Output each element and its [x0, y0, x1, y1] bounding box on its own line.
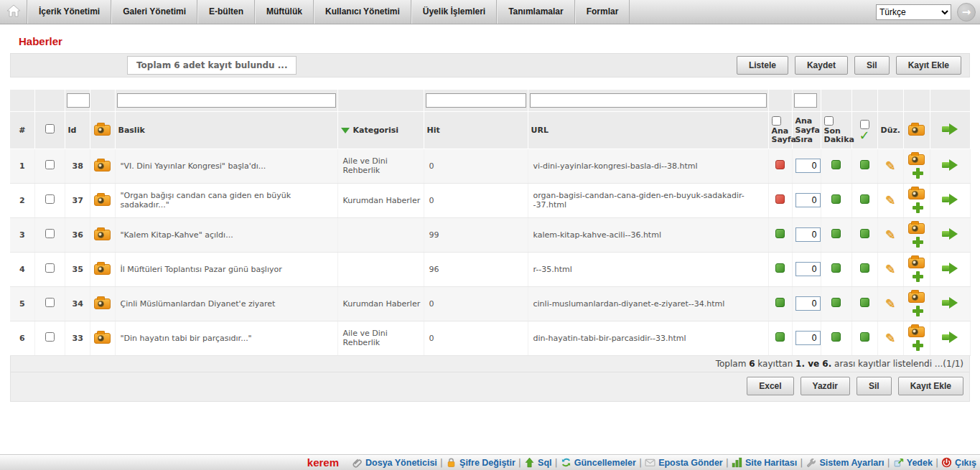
url-filter-input[interactable]: [530, 93, 767, 108]
breaking-news-toggle[interactable]: [831, 263, 841, 273]
guncellemeler-link[interactable]: Güncellemeler: [561, 457, 636, 468]
yedek-link[interactable]: Yedek: [893, 457, 933, 468]
sql-link[interactable]: Sql: [524, 457, 551, 468]
breaking-news-toggle[interactable]: [831, 332, 841, 342]
active-status-toggle[interactable]: [860, 298, 869, 307]
homepage-order-input[interactable]: [795, 296, 821, 311]
sifre-degistir-link[interactable]: Şifre Değiştir: [446, 457, 515, 468]
homepage-status-toggle[interactable]: [775, 263, 785, 273]
cikis-link[interactable]: Çıkış: [941, 457, 976, 468]
row-checkbox[interactable]: [45, 298, 55, 307]
edit-pencil-icon[interactable]: ✎: [885, 227, 895, 242]
row-id: 36: [65, 217, 90, 252]
nav-item-tanimlamalar[interactable]: Tanımlamalar: [497, 0, 574, 24]
homepage-order-input[interactable]: [795, 159, 821, 173]
hit-filter-input[interactable]: [426, 93, 526, 108]
homepage-order-input[interactable]: [795, 193, 821, 207]
homepage-order-input[interactable]: [795, 331, 821, 345]
sistem-ayarlari-link[interactable]: Sistem Ayarları: [806, 457, 884, 468]
son-dakika-all-checkbox[interactable]: [824, 116, 834, 126]
breaking-news-toggle[interactable]: [831, 298, 841, 307]
go-arrow-icon[interactable]: [942, 297, 958, 309]
language-select[interactable]: Türkçe: [876, 4, 951, 20]
camera-icon[interactable]: [908, 223, 925, 234]
row-checkbox[interactable]: [45, 229, 55, 238]
dosya-yoneticisi-link[interactable]: Dosya Yöneticisi: [352, 457, 437, 468]
add-icon[interactable]: [913, 202, 923, 213]
sil-bottom-button[interactable]: Sil: [857, 377, 892, 395]
camera-icon[interactable]: [94, 264, 111, 275]
camera-icon[interactable]: [94, 333, 111, 344]
active-status-toggle[interactable]: [860, 263, 869, 273]
home-button[interactable]: [0, 0, 27, 24]
site-haritasi-link[interactable]: Site Haritası: [732, 457, 797, 468]
baslik-filter-input[interactable]: [117, 93, 336, 108]
active-status-toggle[interactable]: [860, 229, 869, 238]
add-icon[interactable]: [913, 168, 923, 179]
language-go-button[interactable]: →: [957, 3, 976, 22]
ana-sayfa-all-checkbox[interactable]: [772, 116, 781, 126]
active-status-toggle[interactable]: [860, 332, 869, 342]
nav-item-galeri-yonetimi[interactable]: Galeri Yönetimi: [111, 0, 197, 24]
row-checkbox[interactable]: [45, 194, 55, 204]
go-arrow-icon[interactable]: [942, 228, 958, 240]
homepage-status-toggle[interactable]: [775, 332, 785, 342]
homepage-status-toggle[interactable]: [775, 298, 785, 307]
breaking-news-toggle[interactable]: [831, 229, 841, 238]
edit-pencil-icon[interactable]: ✎: [885, 331, 895, 345]
go-arrow-icon[interactable]: [942, 194, 958, 205]
row-checkbox[interactable]: [45, 263, 55, 273]
camera-icon[interactable]: [94, 195, 111, 206]
homepage-status-toggle[interactable]: [775, 194, 785, 204]
camera-icon[interactable]: [94, 299, 111, 309]
add-icon[interactable]: [913, 306, 923, 316]
edit-pencil-icon[interactable]: ✎: [885, 159, 895, 173]
nav-item-kullanici-yonetimi[interactable]: Kullanıcı Yönetimi: [314, 0, 411, 24]
add-icon[interactable]: [913, 271, 923, 282]
homepage-order-input[interactable]: [795, 262, 821, 276]
homepage-status-toggle[interactable]: [775, 160, 785, 169]
select-all-checkbox[interactable]: [45, 124, 55, 133]
camera-icon[interactable]: [94, 161, 111, 171]
camera-icon[interactable]: [94, 230, 111, 240]
sil-button[interactable]: Sil: [854, 56, 890, 75]
excel-button[interactable]: Excel: [747, 377, 793, 395]
edit-pencil-icon[interactable]: ✎: [885, 193, 895, 207]
nav-item-e-bulten[interactable]: E-bülten: [197, 0, 255, 24]
sort-down-icon: [341, 128, 350, 133]
yazdir-button[interactable]: Yazdir: [801, 377, 850, 395]
eposta-gonder-link[interactable]: Eposta Gönder: [645, 457, 723, 468]
camera-icon[interactable]: [908, 292, 925, 303]
listele-button[interactable]: Listele: [737, 56, 788, 75]
id-filter-input[interactable]: [67, 93, 90, 108]
go-arrow-icon[interactable]: [942, 263, 958, 274]
nav-item-uyelik-islemleri[interactable]: Üyelik İşlemleri: [411, 0, 497, 24]
camera-icon[interactable]: [908, 326, 925, 337]
active-status-toggle[interactable]: [860, 160, 869, 169]
add-icon[interactable]: [913, 237, 923, 248]
go-arrow-icon[interactable]: [942, 159, 958, 171]
sira-filter-input[interactable]: [794, 93, 817, 108]
row-checkbox[interactable]: [45, 160, 55, 169]
kayit-ekle-button[interactable]: Kayıt Ekle: [896, 56, 961, 75]
camera-icon[interactable]: [908, 258, 925, 268]
nav-item-formlar[interactable]: Formlar: [575, 0, 630, 24]
breaking-news-toggle[interactable]: [831, 194, 841, 204]
edit-pencil-icon[interactable]: ✎: [885, 262, 895, 276]
row-number: 1: [10, 149, 34, 183]
active-status-toggle[interactable]: [860, 194, 869, 204]
edit-pencil-icon[interactable]: ✎: [885, 296, 895, 311]
camera-icon[interactable]: [908, 154, 925, 165]
nav-item-icerik-yonetimi[interactable]: İçerik Yönetimi: [27, 0, 111, 24]
kaydet-button[interactable]: Kaydet: [795, 56, 848, 75]
add-icon[interactable]: [913, 340, 923, 351]
nav-item-muftuluk[interactable]: Müftülük: [255, 0, 314, 24]
go-arrow-icon[interactable]: [942, 332, 958, 343]
camera-icon[interactable]: [908, 189, 925, 199]
kayit-ekle-bottom-button[interactable]: Kayıt Ekle: [898, 377, 963, 395]
filter-row: [10, 90, 970, 111]
row-checkbox[interactable]: [45, 332, 55, 342]
breaking-news-toggle[interactable]: [831, 160, 841, 169]
homepage-order-input[interactable]: [795, 227, 821, 242]
homepage-status-toggle[interactable]: [775, 229, 785, 238]
